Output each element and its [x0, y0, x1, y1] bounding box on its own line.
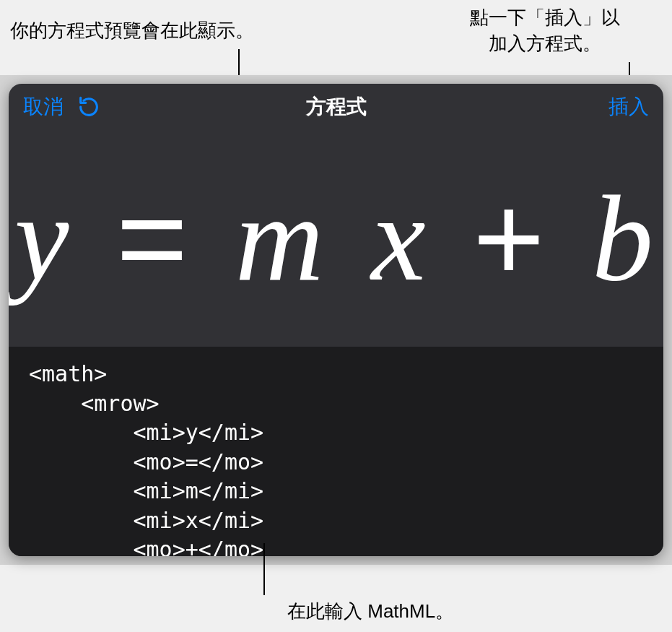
- eq-plus: +: [473, 177, 549, 300]
- page-title: 方程式: [167, 93, 505, 121]
- code-line: <mo>+</mo>: [29, 537, 263, 556]
- titlebar-left: 取消: [23, 93, 167, 121]
- insert-button[interactable]: 插入: [608, 95, 649, 118]
- code-line: <mrow>: [29, 391, 160, 416]
- mathml-input[interactable]: <math> <mrow> <mi>y</mi> <mo>=</mo> <mi>…: [9, 347, 663, 556]
- code-line: <math>: [29, 361, 107, 386]
- eq-m: m: [235, 177, 328, 300]
- callout-input-leader: [263, 543, 265, 595]
- code-line: <mo>=</mo>: [29, 449, 263, 475]
- titlebar-right: 插入: [505, 93, 649, 121]
- equation-render: y = m x + b: [14, 177, 658, 300]
- code-line: <mi>y</mi>: [29, 420, 263, 445]
- equation-editor-sheet: 取消 方程式 插入 y = m: [9, 84, 663, 556]
- callout-insert-text-line2: 加入方程式。: [433, 30, 657, 56]
- cancel-button[interactable]: 取消: [23, 93, 64, 121]
- undo-icon[interactable]: [77, 95, 101, 119]
- callout-insert-text-line1: 點一下「插入」以: [433, 4, 657, 30]
- callout-input-text: 在此輸入 MathML。: [287, 598, 454, 624]
- eq-equals: =: [116, 177, 192, 300]
- callout-preview-text: 你的方程式預覽會在此顯示。: [10, 17, 254, 43]
- code-line: <mi>m</mi>: [29, 478, 263, 503]
- sheet-frame: 取消 方程式 插入 y = m: [0, 75, 672, 565]
- code-line: <mi>x</mi>: [29, 508, 263, 533]
- diagram-canvas: 你的方程式預覽會在此顯示。 點一下「插入」以 加入方程式。 取消 方程式: [0, 0, 672, 632]
- equation-preview: y = m x + b: [9, 130, 663, 347]
- titlebar: 取消 方程式 插入: [9, 84, 663, 130]
- eq-y: y: [14, 177, 73, 300]
- eq-x: x: [371, 177, 429, 300]
- eq-b: b: [592, 177, 658, 300]
